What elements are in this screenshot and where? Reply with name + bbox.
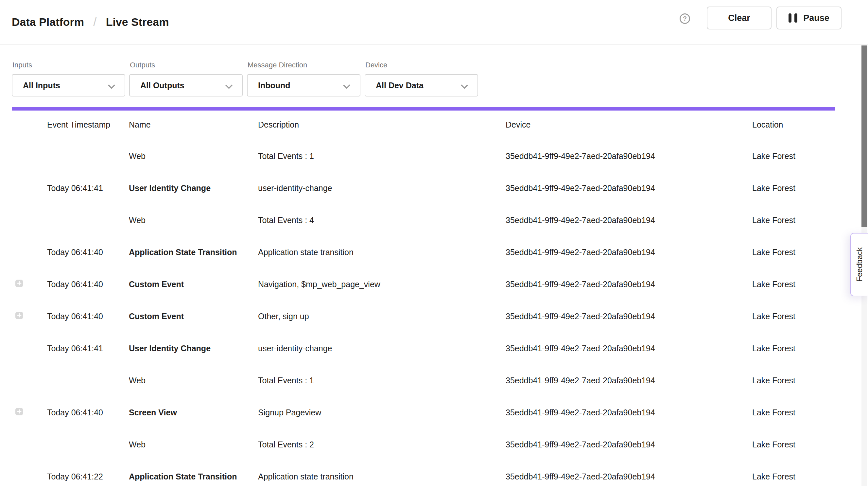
- table-header: Event Timestamp Name Description Device …: [12, 111, 835, 139]
- device-cell: 35eddb41-9ff9-49e2-7aed-20afa90eb194: [506, 183, 752, 193]
- location-cell: Lake Forest: [752, 248, 835, 257]
- device-cell: 35eddb41-9ff9-49e2-7aed-20afa90eb194: [506, 376, 752, 385]
- table-row[interactable]: Web Total Events : 1 35eddb41-9ff9-49e2-…: [12, 140, 835, 172]
- event-name-cell: Custom Event: [129, 280, 258, 289]
- expand-cell: [12, 151, 47, 161]
- col-location: Location: [752, 120, 835, 129]
- location-cell: Lake Forest: [752, 376, 835, 385]
- event-timestamp-cell: Today 06:41:41: [47, 344, 129, 353]
- table-row[interactable]: Web Total Events : 1 35eddb41-9ff9-49e2-…: [12, 364, 835, 396]
- chevron-down-icon: [461, 82, 468, 89]
- col-description: Description: [258, 120, 506, 129]
- table-row[interactable]: Web Total Events : 4 35eddb41-9ff9-49e2-…: [12, 204, 835, 236]
- feedback-tab[interactable]: Feedback: [850, 233, 868, 296]
- device-cell: 35eddb41-9ff9-49e2-7aed-20afa90eb194: [506, 151, 752, 161]
- scrollbar-thumb[interactable]: [862, 45, 867, 227]
- col-device: Device: [506, 120, 752, 129]
- clear-button-label: Clear: [728, 13, 750, 23]
- location-cell: Lake Forest: [752, 215, 835, 225]
- expand-cell: [12, 376, 47, 385]
- expand-cell: [12, 472, 47, 481]
- table-row[interactable]: Today 06:41:22 Application State Transit…: [12, 460, 835, 486]
- table-row[interactable]: Today 06:41:41 User Identity Change user…: [12, 172, 835, 204]
- inputs-filter-label: Inputs: [12, 61, 32, 69]
- expand-row-button[interactable]: [16, 408, 23, 415]
- location-cell: Lake Forest: [752, 472, 835, 481]
- device-cell: 35eddb41-9ff9-49e2-7aed-20afa90eb194: [506, 472, 752, 481]
- top-bar: Data Platform / Live Stream ? Clear Paus…: [0, 0, 868, 44]
- location-cell: Lake Forest: [752, 408, 835, 417]
- device-filter-value: All Dev Data: [376, 81, 424, 90]
- description-cell: user-identity-change: [258, 183, 506, 193]
- breadcrumb-live-stream: Live Stream: [106, 16, 169, 28]
- description-cell: Application state transition: [258, 472, 506, 481]
- pause-button[interactable]: Pause: [776, 6, 841, 29]
- expand-cell: [12, 408, 47, 417]
- chevron-down-icon: [343, 82, 350, 89]
- plus-icon: [17, 281, 21, 285]
- event-name-cell: Web: [129, 376, 258, 385]
- location-cell: Lake Forest: [752, 344, 835, 353]
- event-name-cell: Screen View: [129, 408, 258, 417]
- help-icon[interactable]: ?: [680, 13, 690, 24]
- event-timestamp-cell: Today 06:41:40: [47, 408, 129, 417]
- expand-cell: [12, 440, 47, 449]
- table-row[interactable]: Today 06:41:40 Custom Event Other, sign …: [12, 300, 835, 332]
- breadcrumb-data-platform[interactable]: Data Platform: [12, 16, 84, 28]
- event-name-cell: Custom Event: [129, 312, 258, 321]
- device-filter-label: Device: [365, 61, 387, 69]
- location-cell: Lake Forest: [752, 151, 835, 161]
- pause-icon: [788, 13, 797, 23]
- description-cell: Total Events : 2: [258, 440, 506, 449]
- plus-icon: [17, 409, 21, 414]
- description-cell: Other, sign up: [258, 312, 506, 321]
- stream-accent-rule: [12, 107, 835, 111]
- description-cell: user-identity-change: [258, 344, 506, 353]
- event-name-cell: Web: [129, 151, 258, 161]
- expand-cell: [12, 248, 47, 257]
- device-cell: 35eddb41-9ff9-49e2-7aed-20afa90eb194: [506, 215, 752, 225]
- location-cell: Lake Forest: [752, 280, 835, 289]
- outputs-filter-dropdown[interactable]: All Outputs: [129, 74, 243, 96]
- table-row[interactable]: Today 06:41:40 Custom Event Navigation, …: [12, 268, 835, 300]
- event-name-cell: Application State Transition: [129, 472, 258, 481]
- description-cell: Total Events : 1: [258, 151, 506, 161]
- message-direction-filter-dropdown[interactable]: Inbound: [247, 74, 361, 96]
- device-cell: 35eddb41-9ff9-49e2-7aed-20afa90eb194: [506, 440, 752, 449]
- expand-cell: [12, 312, 47, 321]
- device-filter-dropdown[interactable]: All Dev Data: [365, 74, 478, 96]
- col-event-timestamp: Event Timestamp: [47, 120, 129, 129]
- clear-button[interactable]: Clear: [707, 6, 772, 29]
- pause-button-label: Pause: [803, 13, 829, 23]
- location-cell: Lake Forest: [752, 440, 835, 449]
- table-row[interactable]: Web Total Events : 2 35eddb41-9ff9-49e2-…: [12, 428, 835, 460]
- expand-row-button[interactable]: [16, 280, 23, 287]
- event-timestamp-cell: Today 06:41:40: [47, 280, 129, 289]
- expand-cell: [12, 183, 47, 193]
- table-row[interactable]: Today 06:41:40 Screen View Signup Pagevi…: [12, 396, 835, 428]
- device-cell: 35eddb41-9ff9-49e2-7aed-20afa90eb194: [506, 344, 752, 353]
- expand-cell: [12, 280, 47, 289]
- event-name-cell: Web: [129, 215, 258, 225]
- event-name-cell: Application State Transition: [129, 248, 258, 257]
- event-timestamp-cell: Today 06:41:40: [47, 248, 129, 257]
- device-cell: 35eddb41-9ff9-49e2-7aed-20afa90eb194: [506, 280, 752, 289]
- description-cell: Total Events : 4: [258, 215, 506, 225]
- outputs-filter-value: All Outputs: [140, 81, 184, 90]
- event-timestamp-cell: Today 06:41:41: [47, 183, 129, 193]
- expand-cell: [12, 344, 47, 353]
- device-cell: 35eddb41-9ff9-49e2-7aed-20afa90eb194: [506, 408, 752, 417]
- location-cell: Lake Forest: [752, 312, 835, 321]
- description-cell: Application state transition: [258, 248, 506, 257]
- expand-row-button[interactable]: [16, 312, 23, 319]
- event-name-cell: User Identity Change: [129, 183, 258, 193]
- device-cell: 35eddb41-9ff9-49e2-7aed-20afa90eb194: [506, 248, 752, 257]
- feedback-tab-label: Feedback: [855, 247, 864, 282]
- inputs-filter-dropdown[interactable]: All Inputs: [12, 74, 125, 96]
- table-row[interactable]: Today 06:41:40 Application State Transit…: [12, 236, 835, 268]
- event-table-body: Web Total Events : 1 35eddb41-9ff9-49e2-…: [12, 140, 835, 486]
- event-timestamp-cell: Today 06:41:40: [47, 312, 129, 321]
- description-cell: Signup Pageview: [258, 408, 506, 417]
- message-direction-filter-value: Inbound: [258, 81, 290, 90]
- table-row[interactable]: Today 06:41:41 User Identity Change user…: [12, 332, 835, 364]
